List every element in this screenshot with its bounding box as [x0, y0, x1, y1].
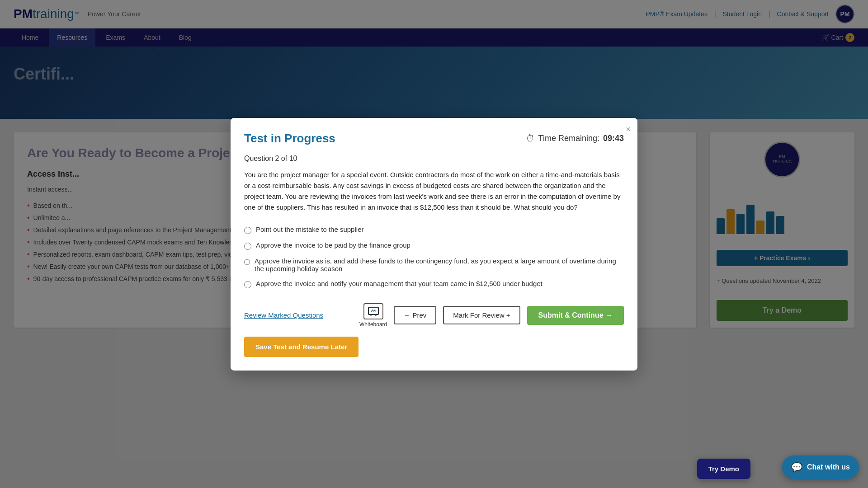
- mark-review-button[interactable]: Mark For Review +: [443, 306, 520, 324]
- option-4-radio[interactable]: [244, 281, 251, 288]
- action-bar: Review Marked Questions Whiteboard ← Pre…: [244, 303, 624, 328]
- option-2[interactable]: Approve the invoice to be paid by the fi…: [244, 238, 624, 253]
- test-modal: Test in Progress ⏱ Time Remaining: 09:43…: [231, 118, 637, 371]
- option-2-radio[interactable]: [244, 243, 251, 250]
- question-of: of: [281, 155, 287, 162]
- review-marked-link[interactable]: Review Marked Questions: [244, 311, 323, 319]
- option-2-text: Approve the invoice to be paid by the fi…: [256, 241, 410, 249]
- whiteboard-button[interactable]: Whiteboard: [359, 303, 387, 328]
- submit-continue-button[interactable]: Submit & Continue →: [527, 306, 624, 325]
- option-4[interactable]: Approve the invoice and notify your mana…: [244, 276, 624, 292]
- try-demo-widget[interactable]: Try Demo: [697, 459, 750, 479]
- option-1-radio[interactable]: [244, 227, 251, 234]
- option-4-text: Approve the invoice and notify your mana…: [256, 280, 542, 287]
- chat-label: Chat with us: [807, 463, 850, 471]
- try-demo-label: Try Demo: [708, 465, 739, 473]
- option-1[interactable]: Point out the mistake to the supplier: [244, 222, 624, 238]
- whiteboard-icon: [363, 303, 383, 319]
- prev-button[interactable]: ← Prev: [394, 306, 436, 324]
- whiteboard-svg: [368, 307, 379, 316]
- option-3[interactable]: Approve the invoice as is, and add these…: [244, 253, 624, 276]
- chat-icon: 💬: [791, 462, 802, 473]
- modal-overlay: Test in Progress ⏱ Time Remaining: 09:43…: [0, 0, 868, 488]
- question-number: Question 2 of 10: [244, 155, 624, 163]
- timer-label: Time Remaining:: [538, 134, 599, 143]
- timer-value: 09:43: [603, 134, 624, 143]
- save-btn-area: Save Test and Resume Later: [244, 337, 624, 357]
- option-3-text: Approve the invoice as is, and add these…: [255, 257, 624, 272]
- option-3-radio[interactable]: [244, 258, 250, 266]
- chat-widget[interactable]: 💬 Chat with us: [782, 455, 859, 479]
- question-label: Question: [244, 155, 273, 162]
- question-current-value: 2: [275, 155, 279, 162]
- timer-icon: ⏱: [526, 133, 535, 144]
- modal-header: Test in Progress ⏱ Time Remaining: 09:43: [244, 131, 624, 145]
- option-1-text: Point out the mistake to the supplier: [256, 225, 363, 233]
- whiteboard-label: Whiteboard: [359, 321, 387, 328]
- question-total-value: 10: [289, 155, 297, 162]
- question-text: You are the project manager for a specia…: [244, 169, 624, 213]
- save-test-button[interactable]: Save Test and Resume Later: [244, 337, 359, 357]
- modal-timer: ⏱ Time Remaining: 09:43: [526, 133, 624, 144]
- modal-close-button[interactable]: ×: [626, 125, 631, 134]
- options-list: Point out the mistake to the supplier Ap…: [244, 222, 624, 292]
- modal-title: Test in Progress: [244, 131, 335, 145]
